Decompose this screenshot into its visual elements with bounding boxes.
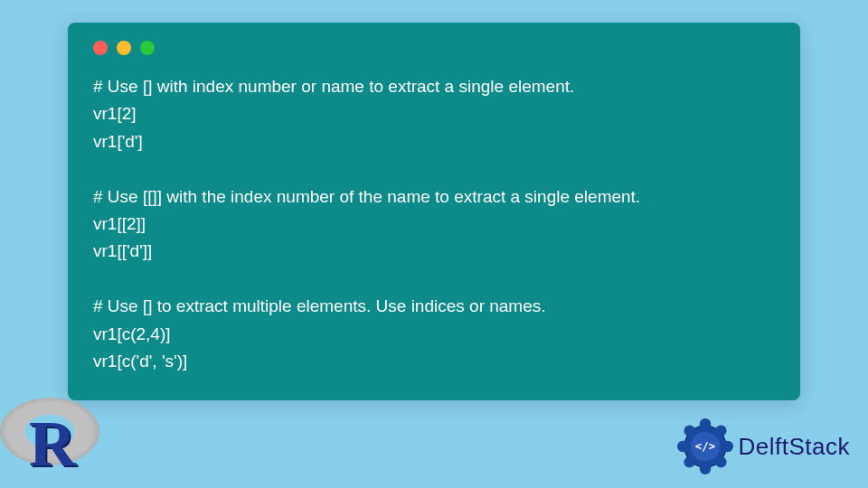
close-icon[interactable] — [93, 41, 108, 55]
svg-point-1 — [699, 418, 710, 429]
svg-point-5 — [699, 464, 710, 474]
maximize-icon[interactable] — [140, 41, 155, 55]
code-brackets-icon: </> — [694, 439, 714, 453]
svg-point-3 — [722, 441, 732, 452]
svg-point-4 — [715, 456, 726, 467]
r-logo-letter: R — [29, 407, 76, 482]
svg-point-2 — [715, 425, 726, 436]
code-line: # Use [] to extract multiple elements. U… — [93, 293, 775, 320]
delftstack-badge-icon: </> — [677, 418, 733, 474]
code-line: vr1[['d']] — [93, 238, 775, 265]
code-line: # Use [[]] with the index number of the … — [93, 183, 775, 211]
code-window: # Use [] with index number or name to ex… — [68, 23, 800, 400]
code-line: vr1[c(2,4)] — [93, 321, 775, 348]
svg-point-7 — [677, 441, 688, 452]
code-line: vr1[c('d', 's')] — [93, 348, 775, 375]
r-logo: R — [0, 398, 108, 488]
delftstack-label: DelftStack — [739, 433, 851, 461]
code-block: # Use [] with index number or name to ex… — [93, 73, 775, 375]
code-line: vr1[2] — [93, 100, 775, 127]
code-line: vr1['d'] — [93, 128, 775, 155]
window-controls — [93, 41, 775, 55]
code-line — [93, 266, 775, 293]
code-line: # Use [] with index number or name to ex… — [93, 73, 775, 100]
svg-point-8 — [684, 425, 694, 436]
minimize-icon[interactable] — [117, 41, 131, 55]
delftstack-logo: </> DelftStack — [677, 418, 851, 474]
svg-point-6 — [684, 456, 694, 467]
code-line — [93, 155, 775, 183]
code-line: vr1[[2]] — [93, 211, 775, 238]
